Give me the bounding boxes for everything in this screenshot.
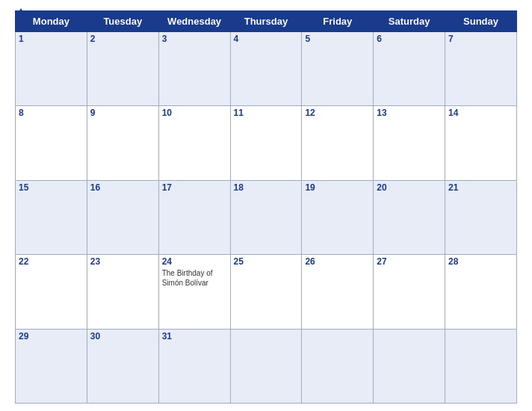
day-number: 23 (90, 256, 155, 267)
day-number: 4 (234, 34, 299, 44)
weekday-header-thursday: Thursday (230, 11, 302, 32)
calendar-cell: 4 (230, 32, 302, 106)
calendar-cell: 31 (158, 329, 230, 403)
logo-triangle-icon (16, 8, 25, 16)
day-number: 31 (162, 331, 227, 342)
calendar-cell: 26 (302, 255, 374, 329)
day-number: 2 (90, 34, 155, 44)
weekday-header-sunday: Sunday (445, 11, 517, 32)
day-number: 30 (90, 331, 155, 342)
day-number: 15 (19, 182, 84, 193)
calendar-cell: 13 (374, 106, 445, 180)
logo (15, 7, 25, 16)
day-number: 28 (448, 256, 513, 267)
calendar-cell: 8 (16, 106, 87, 180)
calendar-cell: 15 (16, 180, 87, 254)
calendar-cell: 7 (445, 32, 517, 106)
calendar-cell: 18 (230, 180, 302, 254)
calendar-cell (302, 329, 374, 403)
calendar-cell (374, 329, 445, 403)
calendar-cell: 5 (302, 32, 374, 106)
event-label: The Birthday of Simón Bolívar (162, 268, 227, 288)
calendar-cell: 10 (158, 106, 230, 180)
day-number: 14 (448, 108, 513, 118)
weekday-header-tuesday: Tuesday (87, 11, 158, 32)
calendar-cell: 14 (445, 106, 517, 180)
calendar-cell: 23 (87, 255, 158, 329)
calendar-week-row: 15161718192021 (16, 180, 517, 254)
day-number: 9 (90, 108, 155, 118)
calendar-table: MondayTuesdayWednesdayThursdayFridaySatu… (15, 10, 517, 404)
weekday-header-saturday: Saturday (374, 11, 445, 32)
calendar-cell (230, 329, 302, 403)
calendar-cell: 25 (230, 255, 302, 329)
day-number: 11 (234, 108, 299, 118)
day-number: 3 (162, 34, 227, 44)
day-number: 27 (377, 256, 442, 267)
day-number: 6 (377, 34, 442, 44)
day-number: 25 (234, 256, 299, 267)
day-number: 21 (448, 182, 513, 193)
calendar-week-row: 222324The Birthday of Simón Bolívar25262… (16, 255, 517, 329)
day-number: 1 (19, 34, 84, 44)
weekday-header-friday: Friday (302, 11, 374, 32)
calendar-cell (445, 329, 517, 403)
day-number: 7 (448, 34, 513, 44)
day-number: 24 (162, 256, 227, 267)
calendar-cell: 6 (374, 32, 445, 106)
calendar-week-row: 1234567 (16, 32, 517, 106)
calendar-cell: 11 (230, 106, 302, 180)
calendar-cell: 9 (87, 106, 158, 180)
day-number: 22 (19, 256, 84, 267)
calendar-cell: 17 (158, 180, 230, 254)
calendar-cell: 3 (158, 32, 230, 106)
day-number: 13 (377, 108, 442, 118)
logo-blue-text (15, 7, 25, 16)
day-number: 26 (305, 256, 370, 267)
day-number: 16 (90, 182, 155, 193)
day-number: 18 (234, 182, 299, 193)
calendar-cell: 12 (302, 106, 374, 180)
day-number: 29 (19, 331, 84, 342)
day-number: 20 (377, 182, 442, 193)
weekday-header-wednesday: Wednesday (158, 11, 230, 32)
calendar-cell: 24The Birthday of Simón Bolívar (158, 255, 230, 329)
day-number: 12 (305, 108, 370, 118)
day-number: 17 (162, 182, 227, 193)
calendar-cell: 30 (87, 329, 158, 403)
calendar-cell: 20 (374, 180, 445, 254)
calendar-cell: 29 (16, 329, 87, 403)
day-number: 8 (19, 108, 84, 118)
day-number: 19 (305, 182, 370, 193)
calendar-cell: 2 (87, 32, 158, 106)
weekday-header-monday: Monday (16, 11, 87, 32)
calendar-cell: 16 (87, 180, 158, 254)
calendar-cell: 27 (374, 255, 445, 329)
calendar-week-row: 293031 (16, 329, 517, 403)
calendar-cell: 28 (445, 255, 517, 329)
calendar-cell: 1 (16, 32, 87, 106)
calendar-body: 123456789101112131415161718192021222324T… (16, 32, 517, 404)
calendar-week-row: 891011121314 (16, 106, 517, 180)
calendar-cell: 21 (445, 180, 517, 254)
day-number: 5 (305, 34, 370, 44)
calendar-cell: 22 (16, 255, 87, 329)
weekday-header-row: MondayTuesdayWednesdayThursdayFridaySatu… (16, 11, 517, 32)
calendar-cell: 19 (302, 180, 374, 254)
day-number: 10 (162, 108, 227, 118)
